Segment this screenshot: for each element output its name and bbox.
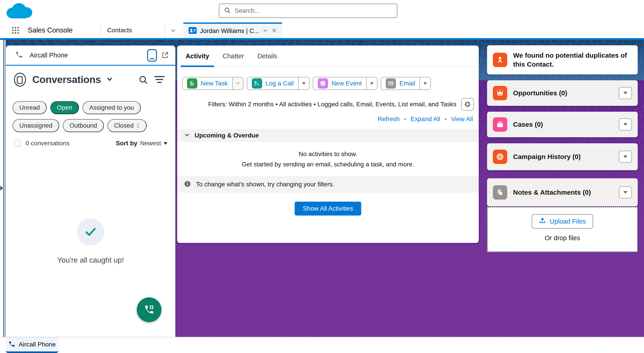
chevron-down-icon — [623, 123, 628, 126]
chevron-down-icon — [302, 82, 306, 85]
select-all-checkbox[interactable] — [14, 140, 21, 147]
file-dropzone[interactable]: Upload Files Or drop files — [487, 207, 638, 252]
event-icon — [318, 78, 328, 88]
opportunities-dropdown-button[interactable] — [619, 87, 632, 99]
conversations-chevron-down-icon[interactable] — [106, 76, 113, 84]
workspace-tab-jordan-williams[interactable]: Jordan Williams | C... — [184, 22, 282, 38]
new-event-dropdown[interactable] — [366, 77, 377, 90]
cases-dropdown-button[interactable] — [619, 118, 632, 130]
salesforce-logo — [5, 1, 34, 22]
sort-caret-icon — [164, 142, 167, 145]
refresh-link[interactable]: Refresh — [378, 116, 400, 123]
duplicates-card: We found no potential duplicates of this… — [487, 45, 638, 74]
filter-pill-open[interactable]: Open — [50, 101, 79, 114]
search-input[interactable] — [234, 7, 382, 14]
salesforce-console-app: ? — [0, 0, 644, 353]
new-event-button-group: New Event — [313, 77, 378, 90]
app-launcher-icon[interactable] — [11, 26, 20, 36]
filter-pill-outbound[interactable]: Outbound — [63, 119, 104, 132]
tab-chatter[interactable]: Chatter — [216, 46, 251, 66]
conversations-title: Conversations — [32, 74, 101, 86]
conversations-filter-icon[interactable] — [154, 76, 164, 85]
tab-details[interactable]: Details — [251, 46, 284, 66]
card-title: Opportunities (0) — [513, 89, 613, 97]
chevron-down-icon — [623, 156, 628, 158]
activity-filter-settings-button[interactable] — [461, 98, 474, 110]
case-icon — [493, 117, 507, 132]
record-activity-panel: Activity Chatter Details New Task — [177, 46, 479, 243]
conversations-empty-state: You're all caught up! — [6, 218, 175, 264]
split-view-expand-icon[interactable] — [0, 186, 3, 191]
softphone-title: Aircall Phone — [30, 52, 68, 59]
opportunity-icon — [493, 86, 507, 100]
minimize-button[interactable] — [147, 49, 157, 62]
conversation-count: 0 conversations — [26, 140, 70, 147]
dock-aircall-phone-button[interactable]: Aircall Phone — [6, 337, 58, 353]
chevron-down-icon — [423, 82, 427, 85]
aircall-softphone-panel: Aircall Phone Conversations — [6, 46, 175, 337]
conversation-list-toolbar: 0 conversations Sort by Newest — [6, 140, 175, 147]
brand-accent-line — [0, 38, 644, 40]
log-a-call-button[interactable]: Log a Call — [247, 77, 298, 90]
activity-filters-row: Filters: Within 2 months • All activitie… — [177, 98, 479, 110]
dock-aircall-phone-label: Aircall Phone — [19, 341, 56, 348]
card-title: Campaign History (0) — [513, 153, 613, 160]
nav-divider — [164, 24, 165, 36]
new-task-button[interactable]: New Task — [182, 77, 232, 90]
show-all-activities-button[interactable]: Show All Activities — [295, 202, 361, 216]
view-all-link[interactable]: View All — [451, 116, 473, 123]
nav-chevron-down-icon[interactable] — [170, 27, 176, 34]
notes-attachments-dropdown-button[interactable] — [619, 186, 632, 198]
cases-card[interactable]: Cases (0) — [487, 112, 638, 137]
new-call-fab[interactable] — [137, 298, 162, 322]
task-icon — [187, 78, 197, 88]
nav-divider — [100, 24, 101, 36]
nav-tab-contacts[interactable]: Contacts — [107, 22, 132, 38]
contact-card-icon — [188, 27, 197, 35]
conversations-search-icon[interactable] — [138, 75, 148, 86]
card-title: Notes & Attachments (0) — [513, 188, 613, 196]
email-icon — [386, 78, 396, 88]
notes-attachments-card[interactable]: Notes & Attachments (0) — [487, 178, 638, 206]
split-view-collapsed-strip[interactable] — [4, 40, 6, 337]
sort-control[interactable]: Sort by Newest — [116, 140, 167, 147]
campaign-history-dropdown-button[interactable] — [619, 151, 632, 163]
email-dropdown[interactable] — [420, 77, 430, 90]
softphone-accent-line — [6, 65, 175, 66]
popout-icon[interactable] — [161, 51, 169, 60]
phone-icon — [15, 51, 23, 60]
expand-all-link[interactable]: Expand All — [410, 116, 440, 123]
new-task-dropdown[interactable] — [232, 77, 243, 90]
opportunities-card[interactable]: Opportunities (0) — [487, 80, 638, 106]
filter-pill-closed[interactable]: Closed1 — [108, 119, 147, 132]
email-button[interactable]: Email — [381, 77, 420, 90]
link-separator: • — [404, 116, 406, 122]
upcoming-overdue-section[interactable]: Upcoming & Overdue — [177, 129, 479, 142]
filter-pill-unassigned[interactable]: Unassigned — [12, 119, 59, 132]
log-a-call-dropdown[interactable] — [298, 77, 309, 90]
info-icon — [184, 180, 191, 188]
conversations-panel-icon — [14, 73, 26, 86]
campaign-icon — [493, 150, 507, 164]
activity-filters-summary: Filters: Within 2 months • All activitie… — [208, 101, 456, 108]
console-navigation-bar: Sales Console Contacts Jordan Williams |… — [0, 22, 644, 38]
global-search[interactable] — [219, 4, 397, 18]
conversation-filters: Unread Open Assigned to you Unassigned O… — [6, 101, 175, 132]
global-header: ? — [0, 0, 644, 22]
record-tabset: Activity Chatter Details — [177, 46, 479, 67]
notes-attachments-icon — [493, 185, 507, 200]
new-event-button[interactable]: New Event — [313, 77, 366, 90]
upload-files-button[interactable]: Upload Files — [532, 214, 593, 228]
closed-count-badge: 1 — [136, 122, 140, 129]
tab-close-icon[interactable] — [271, 28, 277, 34]
tab-activity[interactable]: Activity — [179, 46, 216, 66]
section-title: Upcoming & Overdue — [195, 132, 259, 139]
utility-dock: Aircall Phone — [0, 337, 644, 353]
section-chevron-down-icon[interactable] — [184, 132, 190, 139]
tab-chevron-down-icon[interactable] — [262, 28, 268, 34]
new-task-button-group: New Task — [182, 77, 244, 90]
search-icon — [224, 7, 231, 15]
filter-pill-unread[interactable]: Unread — [12, 101, 47, 114]
filter-pill-assigned-to-you[interactable]: Assigned to you — [82, 101, 140, 114]
campaign-history-card[interactable]: Campaign History (0) — [487, 143, 638, 170]
